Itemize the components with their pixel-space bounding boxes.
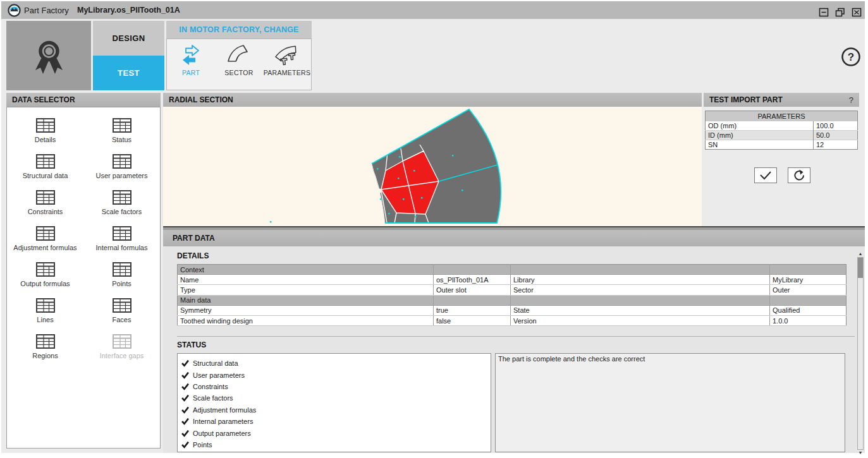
motor-factory-panel: PART SECTOR PARAMETERS [166,39,312,90]
section-divider [177,336,855,337]
check-icon [181,441,189,449]
status-item: Internal parameters [181,416,491,427]
tab-design[interactable]: DESIGN [93,21,164,56]
parameter-label: ID (mm) [706,131,814,140]
parameters-table: PARAMETERS OD (mm) 100.0 ID (mm) 50.0 SN… [705,111,858,150]
details-row: Symmetry true State Qualified [178,305,847,315]
status-title: STATUS [177,340,206,349]
check-icon [181,371,189,379]
table-icon [36,118,55,133]
scroll-down-icon[interactable]: ▼ [857,450,864,455]
table-icon [113,298,131,313]
data-selector-header: DATA SELECTOR [6,93,161,107]
data-selector-item[interactable]: Faces [83,295,160,331]
tab-test[interactable]: TEST [93,56,164,90]
parameter-label: OD (mm) [706,121,814,131]
details-section-row: Main data [178,295,847,305]
radial-section-header: RADIAL SECTION [163,93,702,107]
test-import-help-icon[interactable]: ? [849,95,853,105]
status-item: Structural data [181,358,491,369]
data-selector-panel: Details Status [6,107,161,449]
status-item: Scale factors [181,392,491,404]
parameter-label: SN [706,140,814,150]
status-checklist: Structural data User parameters Constrai… [177,353,491,452]
part-data-header: PART DATA [163,230,865,246]
data-selector-item[interactable]: Constraints [7,187,83,223]
table-icon [36,298,55,313]
table-icon [113,118,131,133]
data-selector-item[interactable]: Regions [7,331,83,367]
data-selector-item[interactable]: Internal formulas [83,223,160,259]
status-item: Adjustment formulas [181,404,491,416]
title-bar: Part Factory MyLibrary.os_PllTooth_01A [1,1,865,19]
details-row: Type Outer slot Sector Outer [178,285,847,295]
parameter-row: SN 12 [706,140,858,150]
radial-section-canvas[interactable] [163,107,702,226]
scroll-up-icon[interactable]: ▲ [857,251,864,256]
part-arrows-icon [178,42,204,68]
parameter-row: ID (mm) 50.0 [706,131,858,140]
status-item: Points [181,439,491,450]
check-icon [181,383,189,390]
details-table: Context Name os_PllTooth_01A Library MyL… [177,264,847,326]
app-logo-icon [8,4,21,17]
restore-icon[interactable] [835,8,845,17]
scrollbar-thumb[interactable] [858,258,863,278]
radial-section-drawing [163,107,702,226]
check-icon [181,394,189,402]
scrollbar-track[interactable] [857,257,864,450]
svg-text:?: ? [848,51,854,63]
data-selector-item[interactable]: Points [83,259,160,295]
details-section-row: Context [178,265,847,275]
status-item: Output parameters [181,427,491,438]
table-icon [113,154,131,169]
data-selector-item[interactable]: Lines [7,295,83,331]
table-icon [36,190,55,205]
status-message: The part is complete and the checks are … [495,353,845,452]
sector-icon [226,42,252,68]
parameter-value[interactable]: 50.0 [814,131,858,140]
reset-button[interactable] [788,167,810,183]
table-icon [113,190,131,205]
table-icon [113,262,131,277]
check-icon [181,430,189,437]
table-icon [113,334,131,349]
table-icon [36,154,55,169]
table-icon [36,334,55,349]
parameter-row: OD (mm) 100.0 [706,121,858,131]
parameter-value[interactable]: 12 [814,140,858,150]
undo-rotate-icon [793,169,805,181]
data-selector-item[interactable]: User parameters [83,151,160,187]
test-import-header: TEST IMPORT PART ? [704,93,859,107]
table-icon [113,226,131,241]
help-button[interactable]: ? [840,46,862,68]
document-title: MyLibrary.os_PllTooth_01A [77,6,180,15]
sector-button[interactable]: SECTOR [215,39,263,90]
app-window: Part Factory MyLibrary.os_PllTooth_01A D… [1,1,865,453]
data-selector-item[interactable]: Scale factors [83,187,160,223]
parameter-value[interactable]: 100.0 [814,121,858,131]
parameters-button[interactable]: PARAMETERS [263,39,311,90]
data-selector-item[interactable]: Output formulas [7,259,83,295]
data-selector-item[interactable]: Interface gaps [83,331,160,367]
minimize-icon[interactable] [819,8,829,17]
data-selector-item[interactable]: Details [7,115,83,151]
data-selector-item[interactable]: Status [83,115,160,151]
parameters-icon [272,42,302,68]
status-item: User parameters [181,369,491,380]
close-icon[interactable] [852,8,862,17]
check-icon [181,359,189,367]
parameters-table-title: PARAMETERS [706,111,858,121]
part-data-content: DETAILS Context Name os_PllTooth_01A Lib… [163,246,865,453]
qualified-badge [6,21,91,90]
part-button[interactable]: PART [167,39,215,90]
app-title: Part Factory [24,6,69,15]
apply-button[interactable] [754,167,777,183]
table-icon [36,226,55,241]
motor-factory-header: IN MOTOR FACTORY, CHANGE [166,21,312,39]
status-item: Constraints [181,381,491,392]
check-icon [181,406,189,414]
data-selector-item[interactable]: Structural data [7,151,83,187]
vertical-scrollbar[interactable]: ▲ ▼ [856,246,865,453]
data-selector-item[interactable]: Adjustment formulas [7,223,83,259]
